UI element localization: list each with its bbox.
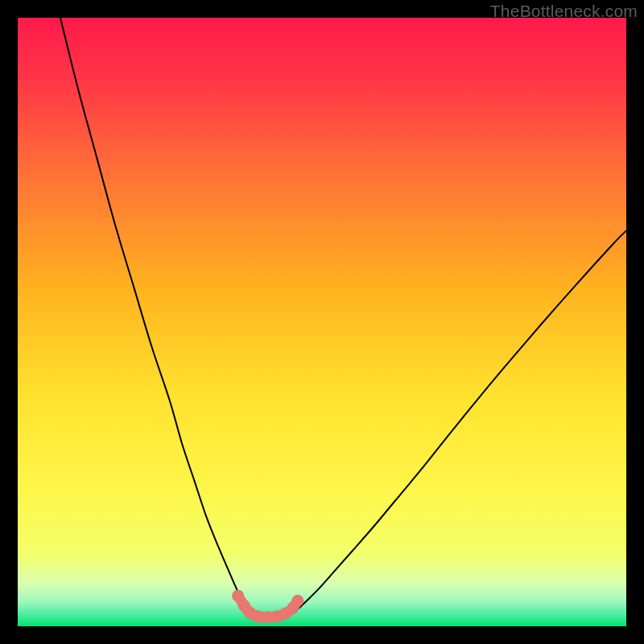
chart-frame: TheBottleneck.com (0, 0, 644, 644)
gradient-background (18, 18, 626, 626)
bottleneck-chart (18, 18, 626, 626)
valley-marker (291, 595, 303, 607)
